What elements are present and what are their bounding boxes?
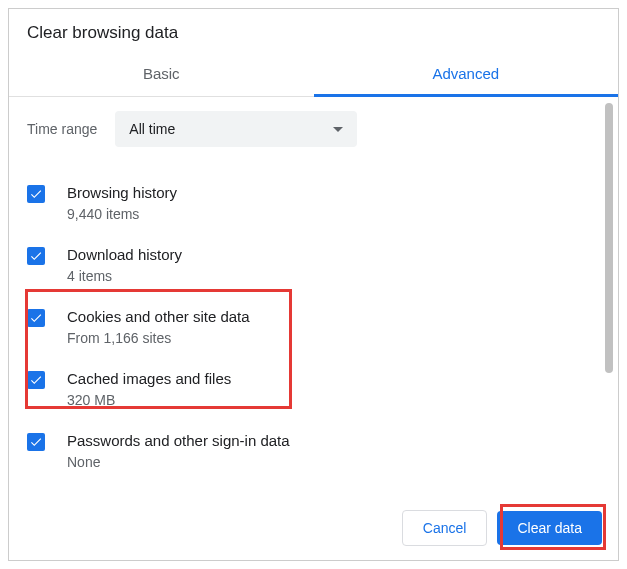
dialog-footer: Cancel Clear data [9, 496, 618, 560]
check-icon [29, 373, 43, 387]
scrollbar[interactable] [604, 103, 614, 490]
item-sub: From 1,166 sites [67, 330, 250, 346]
item-label: Browsing history [67, 183, 177, 203]
list-item: Download history 4 items [27, 233, 586, 295]
checkbox-browsing-history[interactable] [27, 185, 45, 203]
checkbox-cached-images[interactable] [27, 371, 45, 389]
item-text: Cookies and other site data From 1,166 s… [67, 307, 250, 346]
item-text: Browsing history 9,440 items [67, 183, 177, 222]
checkbox-cookies[interactable] [27, 309, 45, 327]
item-sub: 4 items [67, 268, 182, 284]
check-icon [29, 435, 43, 449]
list-item: Cookies and other site data From 1,166 s… [27, 295, 586, 357]
list-item: Autofill form data [27, 481, 586, 496]
time-range-row: Time range All time [27, 111, 586, 147]
item-text: Cached images and files 320 MB [67, 369, 231, 408]
scrollbar-thumb[interactable] [605, 103, 613, 373]
item-sub: 9,440 items [67, 206, 177, 222]
item-text: Download history 4 items [67, 245, 182, 284]
item-label: Download history [67, 245, 182, 265]
cancel-button[interactable]: Cancel [402, 510, 488, 546]
check-icon [29, 187, 43, 201]
item-label: Passwords and other sign-in data [67, 431, 290, 451]
item-label: Cached images and files [67, 369, 231, 389]
scroll-area: Time range All time Browsing history 9,4… [9, 97, 604, 496]
time-range-value: All time [129, 121, 175, 137]
checkbox-download-history[interactable] [27, 247, 45, 265]
clear-data-button[interactable]: Clear data [497, 511, 602, 545]
list-item: Passwords and other sign-in data None [27, 419, 586, 481]
item-sub: 320 MB [67, 392, 231, 408]
dialog-title: Clear browsing data [9, 9, 618, 53]
content-area: Time range All time Browsing history 9,4… [9, 97, 618, 496]
checklist: Browsing history 9,440 items Download hi… [27, 171, 586, 496]
tab-advanced[interactable]: Advanced [314, 53, 619, 96]
clear-browsing-data-dialog: Clear browsing data Basic Advanced Time … [8, 8, 619, 561]
tabs: Basic Advanced [9, 53, 618, 97]
check-icon [29, 249, 43, 263]
item-sub: None [67, 454, 290, 470]
item-text: Passwords and other sign-in data None [67, 431, 290, 470]
list-item: Cached images and files 320 MB [27, 357, 586, 419]
checkbox-passwords[interactable] [27, 433, 45, 451]
list-item: Browsing history 9,440 items [27, 171, 586, 233]
item-text: Autofill form data [67, 493, 180, 496]
item-label: Autofill form data [67, 493, 180, 496]
chevron-down-icon [333, 127, 343, 132]
item-label: Cookies and other site data [67, 307, 250, 327]
time-range-label: Time range [27, 121, 97, 137]
check-icon [29, 311, 43, 325]
tab-basic[interactable]: Basic [9, 53, 314, 96]
time-range-select[interactable]: All time [115, 111, 357, 147]
